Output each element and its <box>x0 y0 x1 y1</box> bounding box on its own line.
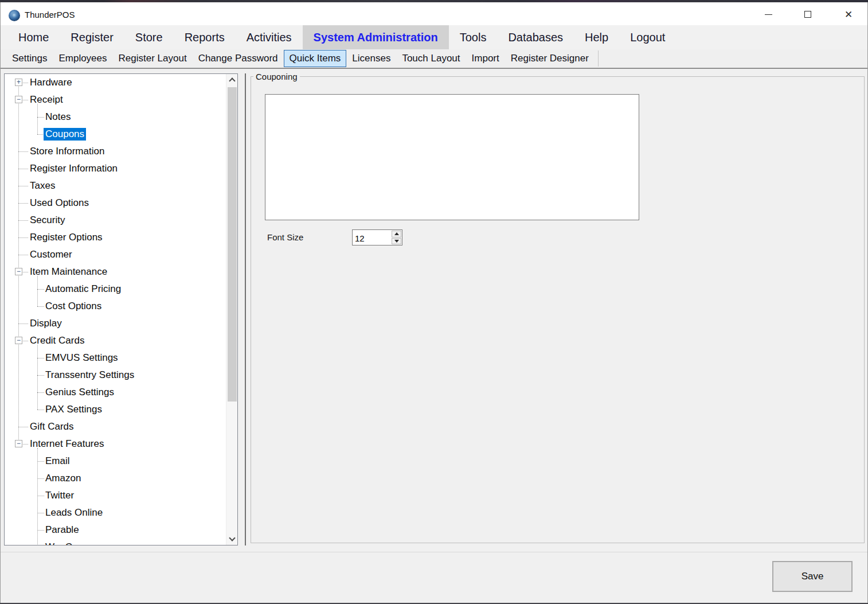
tree-item-cost-options[interactable]: Cost Options <box>5 298 226 315</box>
couponing-groupbox: Couponing Font Size <box>251 76 865 543</box>
tree-item-amazon[interactable]: Amazon <box>5 470 226 487</box>
tree-item-hardware[interactable]: +Hardware <box>5 74 226 91</box>
toolbar-item-settings[interactable]: Settings <box>6 50 53 67</box>
tree-item-receipt[interactable]: −Receipt <box>5 91 226 108</box>
tree-item-email[interactable]: Email <box>5 453 226 470</box>
tree-item-label: Register Information <box>28 162 119 175</box>
tree-item-label: Taxes <box>28 180 57 192</box>
tree-item-label: Internet Features <box>28 438 105 450</box>
collapse-icon[interactable]: − <box>15 337 22 344</box>
tree-item-label: Notes <box>44 111 72 123</box>
tree-item-transsentry-settings[interactable]: Transsentry Settings <box>5 367 226 384</box>
tree-item-woocommerce[interactable]: WooCommerce <box>5 539 226 545</box>
collapse-icon[interactable]: − <box>15 440 22 447</box>
app-icon <box>9 10 20 21</box>
tree-item-label: Coupons <box>44 128 86 141</box>
close-button[interactable]: ✕ <box>839 5 858 24</box>
tree-item-label: Security <box>28 214 67 227</box>
scrollbar-thumb[interactable] <box>228 87 237 402</box>
tree-item-credit-cards[interactable]: −Credit Cards <box>5 332 226 349</box>
tree-item-customer[interactable]: Customer <box>5 246 226 263</box>
toolbar-item-employees[interactable]: Employees <box>53 50 112 67</box>
maximize-button[interactable] <box>798 5 818 24</box>
stepper-up-button[interactable] <box>392 231 401 237</box>
tree-item-label: Automatic Pricing <box>44 283 123 295</box>
collapse-icon[interactable]: − <box>15 96 22 103</box>
tree-item-label: Parable <box>44 524 81 536</box>
menu-item-home[interactable]: Home <box>7 25 60 49</box>
arrow-up-icon <box>394 232 399 235</box>
toolbar-item-register-designer[interactable]: Register Designer <box>505 50 595 67</box>
menu-item-logout[interactable]: Logout <box>619 25 676 49</box>
tree-item-label: Transsentry Settings <box>44 369 136 381</box>
toolbar-item-licenses[interactable]: Licenses <box>346 50 396 67</box>
save-button[interactable]: Save <box>772 561 853 592</box>
tree-item-genius-settings[interactable]: Genius Settings <box>5 384 226 401</box>
tree-item-notes[interactable]: Notes <box>5 108 226 126</box>
tree-item-item-maintenance[interactable]: −Item Maintenance <box>5 263 226 280</box>
tree-scrollbar[interactable] <box>226 74 237 545</box>
tree-item-register-options[interactable]: Register Options <box>5 229 226 246</box>
collapse-icon[interactable]: − <box>15 268 22 275</box>
toolbar-item-import[interactable]: Import <box>466 50 505 67</box>
tree-item-label: PAX Settings <box>44 403 104 416</box>
tree-item-pax-settings[interactable]: PAX Settings <box>5 401 226 418</box>
chevron-down-icon <box>229 535 235 541</box>
menu-item-store[interactable]: Store <box>124 25 174 49</box>
tree-connector <box>18 324 28 324</box>
minimize-button[interactable] <box>758 5 778 24</box>
coupon-text-area[interactable] <box>265 94 639 220</box>
tree-item-label: Receipt <box>28 93 65 106</box>
toolbar-item-touch-layout[interactable]: Touch Layout <box>396 50 466 67</box>
window-title: ThunderPOS <box>25 10 75 20</box>
tree-item-label: Leads Online <box>44 506 104 519</box>
menu-item-help[interactable]: Help <box>574 25 619 49</box>
tree-item-internet-features[interactable]: −Internet Features <box>5 435 226 453</box>
menu-item-activities[interactable]: Activities <box>236 25 303 49</box>
expand-icon[interactable]: + <box>15 79 22 86</box>
tree-item-display[interactable]: Display <box>5 315 226 332</box>
tree-item-gift-cards[interactable]: Gift Cards <box>5 418 226 435</box>
tree-item-coupons[interactable]: Coupons <box>5 126 226 143</box>
tree-connector <box>18 255 28 255</box>
tree-connector <box>23 272 28 272</box>
tree-item-label: Credit Cards <box>28 334 86 347</box>
toolbar-item-change-password[interactable]: Change Password <box>193 50 284 67</box>
tree-item-automatic-pricing[interactable]: Automatic Pricing <box>5 280 226 298</box>
menu-item-reports[interactable]: Reports <box>174 25 236 49</box>
tree-connector <box>18 220 28 221</box>
menu-item-system-administration[interactable]: System Administration <box>303 25 449 49</box>
tree-item-parable[interactable]: Parable <box>5 521 226 539</box>
tree-connector <box>18 203 28 204</box>
tree-item-taxes[interactable]: Taxes <box>5 177 226 194</box>
tree-item-label: Cost Options <box>44 300 103 313</box>
menu-item-databases[interactable]: Databases <box>497 25 574 49</box>
tree-item-leads-online[interactable]: Leads Online <box>5 504 226 521</box>
menu-item-register[interactable]: Register <box>60 25 124 49</box>
tree-item-security[interactable]: Security <box>5 212 226 229</box>
toolbar-separator <box>598 50 599 67</box>
minimize-icon <box>765 14 772 15</box>
tree-item-label: Register Options <box>28 231 104 244</box>
tree-connector <box>18 427 28 427</box>
maximize-icon <box>804 11 811 18</box>
tree-item-label: Display <box>28 317 64 330</box>
tree-item-used-options[interactable]: Used Options <box>5 194 226 212</box>
scrollbar-down-button[interactable] <box>226 533 238 545</box>
tree-items: +Hardware−ReceiptNotesCouponsStore Infor… <box>5 74 226 545</box>
tree-item-label: Hardware <box>28 76 74 89</box>
menu-item-tools[interactable]: Tools <box>449 25 498 49</box>
scrollbar-up-button[interactable] <box>226 74 238 85</box>
tree-item-twitter[interactable]: Twitter <box>5 487 226 504</box>
tree-item-label: Email <box>44 455 72 467</box>
tree-item-label: Genius Settings <box>44 386 116 399</box>
stepper-down-button[interactable] <box>392 238 401 245</box>
tree-item-register-information[interactable]: Register Information <box>5 160 226 177</box>
tree-item-emvus-settings[interactable]: EMVUS Settings <box>5 349 226 367</box>
tree-item-store-information[interactable]: Store Information <box>5 143 226 160</box>
window-border-left <box>0 2 1 603</box>
toolbar-item-quick-items[interactable]: Quick Items <box>284 50 347 67</box>
settings-tree-panel: +Hardware−ReceiptNotesCouponsStore Infor… <box>4 73 238 545</box>
toolbar-item-register-layout[interactable]: Register Layout <box>113 50 193 67</box>
font-size-input[interactable] <box>353 230 391 245</box>
